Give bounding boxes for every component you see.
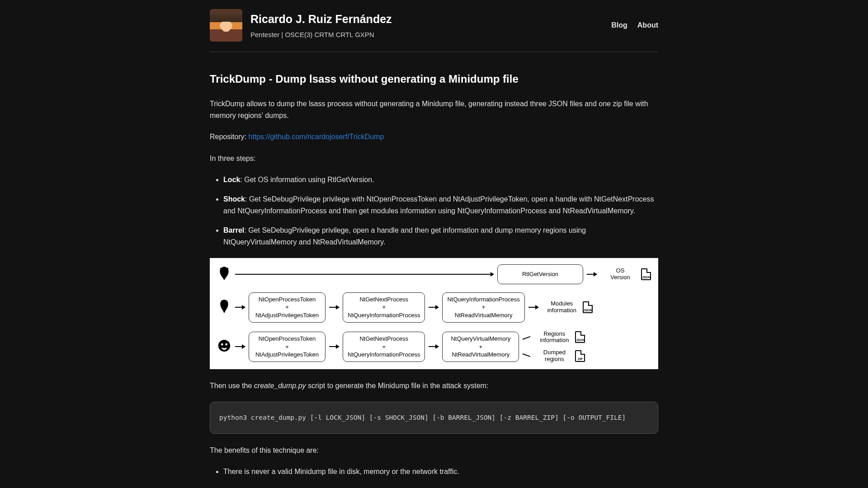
repo-line: Repository: https://github.com/ricardojo… [210,131,658,143]
step-desc: : Get SeDebugPrivilege privilege, open a… [223,226,586,246]
file-json-icon: JSON [575,331,585,343]
step-name: Lock [223,176,240,183]
diagram-box: NtGetNextProcess + NtQueryInformationPro… [343,332,425,362]
arrow-icon [429,346,439,347]
repo-label: Repository: [210,133,248,141]
output-label: Version [602,274,638,281]
diagram-box: NtOpenProcessToken + NtAdjustPrivilegesT… [249,292,326,323]
output-label: Modules [544,300,580,307]
arrow-icon [528,307,538,308]
diagram: RtlGetVersion OS Version JSON [210,258,658,369]
diagram-row: RtlGetVersion OS Version JSON [217,264,651,284]
arrow-icon [235,307,245,308]
identity-text: Ricardo J. Ruiz Fernández Pentester | OS… [250,11,392,40]
svg-point-2 [225,343,227,346]
diagram-box: RtlGetVersion [497,264,583,284]
repo-link[interactable]: https://github.com/ricardojoserf/TrickDu… [248,133,384,141]
code-block: python3 create_dump.py [-l LOCK_JSON] [-… [210,402,658,434]
list-item: There is never a valid Minidump file in … [223,466,658,478]
arrow-icon [329,307,339,308]
site-header: Ricardo J. Ruiz Fernández Pentester | OS… [210,9,658,52]
arrow-icon [235,346,245,347]
diagram-box: NtQueryVirtualMemory + NtReadVirtualMemo… [442,332,519,362]
file-json-icon: JSON [583,301,593,313]
output-label: Dumped [536,349,572,356]
diagram-row: NtOpenProcessToken + NtAdjustPrivilegesT… [217,292,651,323]
benefits-intro: The benefits of this technique are: [210,445,658,456]
diagram-box: NtGetNextProcess + NtQueryInformationPro… [343,292,425,323]
arrow-icon [235,274,494,275]
site-nav: Blog About [611,20,658,31]
list-item: Lock: Get OS information using RtlGetVer… [223,174,658,186]
script-name: create_dump.py [254,382,306,389]
site-subtitle: Pentester | OSCE(3) CRTM CRTL GXPN [250,30,392,40]
step-desc: : Get SeDebugPrivilege privilege with Nt… [223,195,654,215]
diagram-output: OS Version JSON [602,267,651,281]
split-arrow-icon [523,334,531,359]
svg-point-1 [221,343,223,346]
mask-smile-icon [217,339,231,355]
benefits-list: There is never a valid Minidump file in … [210,466,658,478]
arrow-icon [429,307,439,308]
output-label: information [536,337,572,344]
mask-tribal-icon [217,299,231,316]
article: TrickDump - Dump lsass without generatin… [210,71,658,478]
mask-devil-icon [217,266,231,283]
steps-list: Lock: Get OS information using RtlGetVer… [210,174,658,248]
after-diagram: Then use the create_dump.py script to ge… [210,380,658,392]
article-intro: TrickDump allows to dump the lsass proce… [210,98,658,121]
arrow-icon [587,274,597,275]
avatar [210,9,242,42]
site-name: Ricardo J. Ruiz Fernández [250,11,392,28]
file-json-icon: JSON [641,268,651,280]
list-item: Shock: Get SeDebugPrivilege privilege wi… [223,193,658,217]
output-label: OS [602,267,638,274]
diagram-row: NtOpenProcessToken + NtAdjustPrivilegesT… [217,331,651,363]
file-zip-icon: ZIP [575,350,585,362]
identity-block: Ricardo J. Ruiz Fernández Pentester | OS… [210,9,392,42]
output-label: information [544,307,580,314]
steps-intro: In three steps: [210,153,658,164]
list-item: Barrel: Get SeDebugPrivilege privilege, … [223,225,658,249]
diagram-output-group: Regions information JSON Dumped regions … [536,331,585,363]
diagram-box: NtQueryInformationProcess + NtReadVirtua… [442,292,524,323]
diagram-box: NtOpenProcessToken + NtAdjustPrivilegesT… [249,332,326,362]
step-name: Shock [223,195,245,203]
diagram-output: Modules information JSON [544,300,593,314]
step-name: Barrel [223,226,244,234]
output-label: regions [536,356,572,363]
nav-blog[interactable]: Blog [611,20,627,31]
step-desc: : Get OS information using RtlGetVersion… [240,176,374,183]
arrow-icon [329,346,339,347]
nav-about[interactable]: About [637,20,658,31]
output-label: Regions [536,331,572,338]
article-title: TrickDump - Dump lsass without generatin… [210,71,658,87]
